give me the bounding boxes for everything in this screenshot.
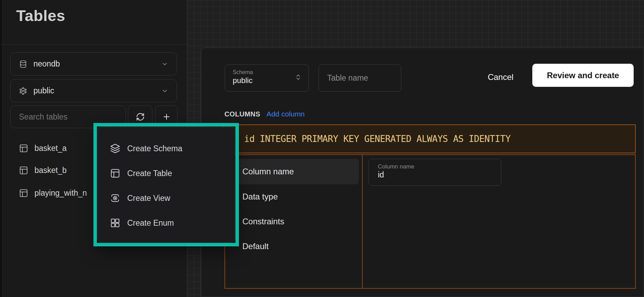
editor-schema-select[interactable]: Schema public <box>225 64 309 92</box>
column-definition-row[interactable]: id INTEGER PRIMARY KEY GENERATED ALWAYS … <box>223 124 636 153</box>
column-editor-content: Column name <box>363 155 635 288</box>
columns-section-label: COLUMNS <box>224 110 260 118</box>
add-column-link[interactable]: Add column <box>266 110 305 118</box>
layers-icon <box>110 143 120 154</box>
table-name: basket_a <box>34 144 67 153</box>
table-icon <box>19 166 28 175</box>
database-icon <box>19 60 27 68</box>
column-editor: Column name Data type Constraints Defaul… <box>224 154 636 289</box>
menu-item-create-enum[interactable]: Create Enum <box>98 211 235 235</box>
cancel-button[interactable]: Cancel <box>480 67 521 87</box>
table-name: playing_with_n <box>34 188 87 198</box>
menu-item-label: Create Schema <box>127 144 182 153</box>
menu-item-label: Create Table <box>127 169 172 178</box>
menu-item-create-view[interactable]: Create View <box>98 186 235 211</box>
menu-item-label: Create Enum <box>127 218 174 228</box>
menu-item-create-schema[interactable]: Create Schema <box>98 136 235 161</box>
column-name-field-label: Column name <box>378 163 492 170</box>
table-name: basket_b <box>34 166 67 175</box>
schema-field-value: public <box>233 76 301 85</box>
chevron-down-icon <box>161 61 168 68</box>
table-icon <box>19 188 28 198</box>
column-name-field[interactable]: Column name <box>369 159 501 186</box>
search-tables-input[interactable] <box>10 105 126 128</box>
create-object-button[interactable] <box>155 105 178 128</box>
tab-constraints[interactable]: Constraints <box>225 209 359 234</box>
app-window: Tables neondb <box>0 0 644 297</box>
database-select[interactable]: neondb <box>10 52 177 75</box>
database-select-value: neondb <box>33 59 60 69</box>
tab-column-name[interactable]: Column name <box>229 159 359 184</box>
window-edge <box>0 0 2 297</box>
create-table-panel: Schema public Cancel Review and create C… <box>201 48 644 297</box>
columns-header-row: COLUMNS Add column <box>224 110 305 118</box>
column-name-input[interactable] <box>378 170 492 180</box>
view-eye-icon <box>110 193 120 203</box>
chevrons-up-down-icon <box>295 74 302 81</box>
tab-default[interactable]: Default <box>225 234 359 259</box>
refresh-tables-button[interactable] <box>128 105 152 128</box>
table-icon <box>110 168 120 178</box>
plus-icon <box>162 112 171 121</box>
schema-field-label: Schema <box>233 69 301 76</box>
column-editor-tabs: Column name Data type Constraints Defaul… <box>225 155 363 288</box>
schema-graph-icon <box>19 87 27 95</box>
sidebar-divider <box>0 44 187 44</box>
schema-select[interactable]: public <box>10 79 177 102</box>
menu-item-label: Create View <box>127 194 170 203</box>
page-title: Tables <box>16 7 65 25</box>
grid-icon <box>110 218 120 228</box>
schema-select-value: public <box>33 86 54 95</box>
create-menu: Create Schema Create Table Create View <box>97 127 235 243</box>
tab-data-type[interactable]: Data type <box>225 184 359 209</box>
table-name-input[interactable] <box>319 64 401 92</box>
column-definition-sql: id INTEGER PRIMARY KEY GENERATED ALWAYS … <box>244 134 511 144</box>
table-icon <box>19 144 28 153</box>
review-and-create-button[interactable]: Review and create <box>532 64 634 87</box>
menu-item-create-table[interactable]: Create Table <box>98 161 235 186</box>
refresh-icon <box>136 112 145 121</box>
chevron-down-icon <box>161 88 168 94</box>
